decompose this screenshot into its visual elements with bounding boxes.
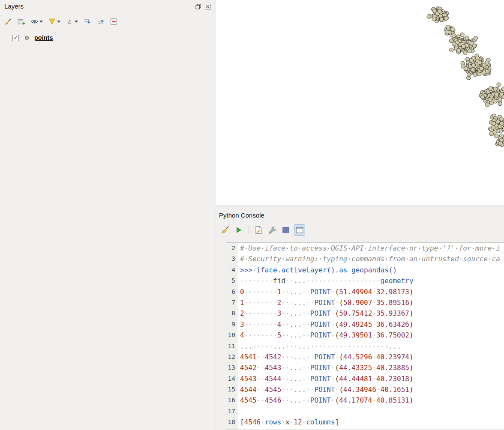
line-text	[237, 406, 240, 417]
line-number: 14	[226, 373, 237, 384]
map-themes-icon[interactable]	[29, 16, 44, 27]
console-line: 82········3··...··POINT·(50.75412·35.933…	[226, 308, 504, 319]
map-point	[446, 25, 450, 29]
remove-layer-icon[interactable]	[108, 16, 119, 27]
line-text: 1········2···...··POINT·(50.9007·35.8951…	[237, 297, 414, 308]
close-panel-icon[interactable]	[204, 3, 210, 9]
line-number: 5	[226, 275, 237, 286]
map-point	[482, 71, 486, 75]
map-point	[501, 87, 504, 91]
map-point	[491, 125, 495, 129]
map-point	[488, 98, 492, 102]
line-number: 18	[226, 417, 237, 427]
line-text: 3········4··...··POINT·(49.49245·36.6342…	[237, 319, 414, 330]
layers-panel-title: Layers	[4, 3, 24, 10]
map-point	[486, 103, 489, 107]
map-canvas[interactable]	[216, 0, 504, 206]
console-line: 134542··4543··...··POINT·(44.43325·40.23…	[226, 362, 504, 373]
expand-all-icon[interactable]	[82, 16, 93, 27]
map-point	[456, 48, 460, 52]
layer-styling-icon[interactable]	[3, 16, 13, 27]
layer-row[interactable]: ✓points	[0, 33, 215, 43]
line-number: 3	[226, 254, 237, 264]
console-line: 154544··4545···...··POINT·(44.34946·40.1…	[226, 384, 504, 395]
layer-tree: ✓points	[0, 33, 215, 43]
console-line: 18[4546·rows·x·12·columns]	[226, 417, 504, 427]
console-line: 93········4··...··POINT·(49.49245·36.634…	[226, 319, 504, 330]
map-point	[444, 16, 448, 20]
line-number: 7	[226, 297, 237, 308]
map-point	[471, 63, 475, 67]
line-number: 6	[226, 287, 237, 297]
python-console-panel: Python Console 2#·Use·iface·to·access·QG…	[216, 206, 504, 430]
map-point	[492, 121, 496, 125]
console-line: 3#·Security·warning:·typing·commands·fro…	[226, 254, 504, 264]
line-number: 11	[226, 341, 237, 352]
map-point	[495, 134, 498, 138]
layers-toolbar: ε	[0, 15, 215, 28]
show-editor-icon[interactable]	[253, 224, 264, 236]
options-icon[interactable]	[267, 224, 278, 236]
collapse-all-icon[interactable]	[95, 16, 106, 27]
line-text: 4545··4546··...··POINT·(44.17074·40.8513…	[237, 395, 414, 406]
map-point	[452, 33, 456, 37]
console-line: 5········fid··...··················geome…	[226, 275, 504, 286]
svg-text:ε: ε	[68, 18, 72, 25]
console-line: 17	[226, 406, 504, 417]
line-text: 4541··4542···...··POINT·(44.5296·40.2397…	[237, 352, 414, 362]
line-number: 13	[226, 362, 237, 373]
map-point	[495, 93, 498, 96]
line-number: 2	[226, 243, 237, 254]
console-line: 2#·Use·iface·to·access·QGIS·API·interfac…	[226, 243, 504, 254]
dropdown-arrow-icon	[57, 21, 60, 23]
line-text: 4544··4545···...··POINT·(44.34946·40.165…	[237, 384, 414, 395]
map-point	[463, 51, 467, 55]
map-point	[474, 36, 477, 40]
line-text: 4543··4544··...··POINT·(44.44481·40.2301…	[237, 373, 414, 384]
point-symbol-icon	[25, 36, 29, 40]
map-point	[432, 17, 436, 21]
line-number: 17	[226, 406, 237, 417]
filter-expression-icon[interactable]: ε	[64, 16, 79, 27]
line-number: 15	[226, 384, 237, 395]
map-point	[482, 63, 486, 67]
help-icon[interactable]	[280, 224, 291, 236]
map-points-layer	[216, 0, 504, 206]
python-console-output[interactable]: 2#·Use·iface·to·access·QGIS·API·interfac…	[226, 242, 504, 430]
line-number: 19	[226, 428, 237, 430]
map-point	[462, 45, 465, 48]
map-point	[497, 83, 501, 87]
line-text: >>>·iface.activeLayer().as_geopandas()	[237, 265, 397, 275]
map-point	[452, 42, 456, 46]
map-point	[493, 87, 497, 91]
map-point	[493, 99, 497, 103]
console-line: 104········5··...··POINT·(49.39501·36.75…	[226, 330, 504, 340]
map-point	[489, 87, 492, 90]
console-line: 19	[226, 428, 504, 430]
dropdown-arrow-icon	[39, 21, 43, 23]
map-point	[445, 30, 449, 34]
line-text: 2········3··...··POINT·(50.75412·35.9336…	[237, 308, 414, 319]
clear-console-icon[interactable]	[219, 224, 231, 236]
line-number: 4	[226, 265, 237, 275]
map-point	[498, 98, 502, 102]
map-point	[450, 48, 453, 52]
line-text: ...·····...···...···················...	[237, 341, 401, 352]
filter-legend-icon[interactable]	[47, 16, 62, 27]
add-group-icon[interactable]	[16, 16, 27, 27]
map-point	[478, 60, 482, 64]
dock-console-icon[interactable]	[294, 224, 305, 236]
map-point	[427, 15, 431, 18]
float-panel-icon[interactable]	[195, 3, 201, 9]
layer-visibility-checkbox[interactable]: ✓	[12, 35, 19, 41]
line-number: 8	[226, 308, 237, 319]
line-text: ········fid··...··················geomet…	[237, 275, 414, 286]
layer-name[interactable]: points	[34, 34, 53, 41]
console-line: 11...·····...···...···················..…	[226, 341, 504, 352]
console-line: 60········1··...··POINT·(51.49904·32.981…	[226, 287, 504, 297]
map-point	[498, 125, 502, 128]
map-point	[464, 67, 468, 71]
run-command-icon[interactable]	[233, 224, 244, 236]
console-line: 124541··4542···...··POINT·(44.5296·40.23…	[226, 352, 504, 362]
console-line: 164545··4546··...··POINT·(44.17074·40.85…	[226, 395, 504, 406]
